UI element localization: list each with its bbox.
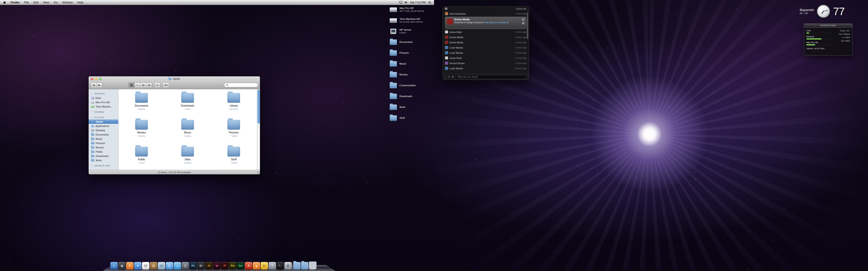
tweet-row[interactable]: Envira Media Great list of design resour… (445, 17, 526, 29)
sidebar-item[interactable]: Music (89, 137, 118, 141)
dock-separator[interactable] (292, 260, 293, 269)
sidebar-item[interactable]: DEVICES (89, 92, 118, 96)
twitterrific-titlebar[interactable]: × Twitterrific (443, 6, 529, 11)
sidebar-item[interactable]: Time Machin... (89, 104, 118, 109)
column-view-button[interactable]: ▥ (141, 83, 146, 88)
sidebar-item[interactable]: Pictures (89, 141, 118, 145)
close-icon[interactable]: × (445, 7, 447, 10)
dock-icon-address-book[interactable]: @ (150, 262, 157, 269)
dock-icon-terminal[interactable]: >_ (276, 262, 284, 269)
desktop-icon[interactable]: Music (389, 60, 424, 68)
desktop-icon[interactable]: Work (389, 103, 424, 111)
menu-item[interactable]: View (41, 1, 52, 4)
dock-icon-finder[interactable]: ☺ (110, 262, 118, 269)
dock-icon-firefox[interactable]: F (126, 262, 133, 269)
desktop-icon[interactable]: Downloads (389, 93, 424, 100)
action-menu-button[interactable]: ⚙▾ (162, 83, 169, 88)
sidebar-item[interactable]: Downloads (89, 154, 118, 158)
sidebar-item[interactable]: Movies (89, 145, 118, 149)
list-view-button[interactable]: ≡ (134, 83, 141, 88)
vertical-scrollbar[interactable] (257, 89, 260, 170)
quick-look-button[interactable]: ◎ (154, 83, 160, 88)
desktop-icon[interactable]: Documents (389, 38, 424, 46)
menu-item[interactable]: Help (75, 1, 86, 4)
volume-icon[interactable] (404, 1, 408, 4)
compose-icon[interactable]: ✎ (448, 76, 450, 78)
favorite-icon[interactable]: ★ (522, 22, 525, 25)
tweet-link[interactable]: http://tinyurl.com/9aycc8 (485, 21, 509, 24)
back-button[interactable]: ◀ (91, 83, 96, 88)
tweet-row[interactable]: Louie Mantia 4 hours ago ↩ ★ (445, 50, 526, 55)
dock-icon-ichat[interactable]: C (166, 262, 173, 269)
sidebar-item[interactable]: iDisk (89, 96, 118, 100)
sidebar-item[interactable]: Javier (89, 120, 118, 124)
dock-icon-safari[interactable]: ✦ (134, 262, 142, 269)
desktop-icon[interactable]: Mac Pro HD 297.77 GB, 191.29 GB free (389, 6, 424, 13)
finder-item[interactable]: Library 44 items (211, 91, 257, 118)
sidebar-item[interactable]: SHARED (89, 110, 118, 114)
dock-icon-dashboard[interactable]: ◉ (118, 262, 126, 269)
finder-item[interactable]: Pictures 7 items (211, 118, 257, 145)
desktop-icon[interactable]: Time Machine HD 931.19 GB, 830.8 GB free (389, 17, 424, 24)
dock-icon-photoshop[interactable]: Ps (189, 262, 197, 269)
menu-item[interactable]: Go (52, 1, 60, 4)
desktop-icon[interactable]: Pictures (389, 49, 424, 57)
dock-icon-cyberduck[interactable]: D (260, 262, 268, 269)
zoom-button[interactable] (99, 77, 101, 80)
dock-icon-acrobat[interactable]: A (245, 262, 252, 269)
menu-item[interactable]: File (22, 1, 31, 4)
sidebar-item[interactable]: Work (89, 158, 118, 162)
dock-icon-fireworks[interactable]: Fw (229, 262, 237, 269)
sidebar-item[interactable]: Applications (89, 124, 118, 128)
tweet-scrollbar[interactable] (527, 12, 528, 39)
finder-item[interactable]: Movies 2 items (119, 118, 164, 145)
home-icon[interactable]: ⌂ (445, 76, 446, 78)
dock-icon-trash[interactable] (309, 262, 316, 269)
coverflow-view-button[interactable]: ▤ (146, 83, 152, 88)
search-input[interactable] (230, 83, 256, 86)
icon-view-button[interactable]: ▦ (129, 83, 134, 88)
tweet-row[interactable]: Louie Mantia 5 hours ago ↩ ★ (445, 66, 526, 71)
desktop-icon[interactable]: HP Server 5 items (389, 28, 424, 35)
finder-item[interactable]: Stuff 7 items (211, 145, 257, 172)
forward-button[interactable]: ▶ (96, 83, 102, 88)
reply-icon[interactable]: ↩ (522, 18, 525, 21)
finder-item[interactable]: Sites 8 items (164, 145, 211, 172)
displays-icon[interactable] (399, 1, 402, 4)
finder-item[interactable]: Public 1 item (119, 145, 164, 172)
minimize-button[interactable] (95, 77, 97, 80)
window-titlebar[interactable]: Javier (89, 76, 260, 81)
sidebar-item[interactable]: Desktop (89, 128, 118, 132)
desktop-icon[interactable]: Customization (389, 82, 424, 89)
sidebar-item[interactable]: PLACES (89, 115, 118, 120)
tweet-row[interactable]: Vincent Brown 5 hours ago ↩ ★ (445, 61, 526, 66)
finder-item[interactable]: Downloads 1 item (164, 91, 211, 118)
spotlight-icon[interactable] (428, 1, 431, 4)
dock-icon-ical[interactable]: 17 (142, 262, 149, 269)
sidebar-item[interactable]: Mac Pro HD (89, 100, 118, 104)
tweet-row[interactable]: Envira Media 4 hours ago ↩ ★ (445, 40, 526, 45)
dock-icon-itunes[interactable]: ♫ (174, 262, 181, 269)
tweet-row[interactable]: Jairo Bouwman 4 hours ago ↩ ★ (445, 11, 526, 16)
scrollbar-thumb[interactable] (257, 90, 260, 124)
close-button[interactable] (91, 77, 93, 80)
dock-icon-downloads-stack[interactable] (301, 262, 309, 269)
sidebar-item[interactable]: Documents (89, 132, 118, 137)
menu-bar-clock[interactable]: Sat 7:13 PM (409, 1, 426, 4)
tweet-row[interactable]: Envira Media 4 hours ago ↩ ★ (445, 35, 526, 40)
desktop-icon[interactable]: Stuff (389, 114, 424, 122)
finder-item[interactable]: Documents 8 items (119, 91, 164, 118)
app-menu[interactable]: Finder (8, 1, 22, 4)
dock-icon-flash[interactable]: Fl (221, 262, 228, 269)
dock-icon-illustrator[interactable]: Ai (205, 262, 213, 269)
tweet-row[interactable]: Louie Mantia 4 hours ago ↩ ★ (445, 45, 526, 50)
tweet-input[interactable] (456, 75, 527, 79)
finder-item[interactable]: Music 5 items (164, 118, 211, 145)
desktop-icon[interactable]: Movies (389, 71, 424, 78)
tweet-row[interactable]: Jonas Rask 4 hours ago ↩ ★ (445, 29, 526, 35)
dock-icon-mail[interactable]: ✉ (158, 262, 165, 269)
sidebar-item[interactable]: SEARCH FOR (89, 164, 118, 168)
dock-icon-dreamweaver[interactable]: Dw (237, 262, 244, 269)
dock-icon-system-preferences[interactable]: ⚙ (284, 262, 292, 269)
settings-icon[interactable]: ⚙ (452, 76, 454, 78)
